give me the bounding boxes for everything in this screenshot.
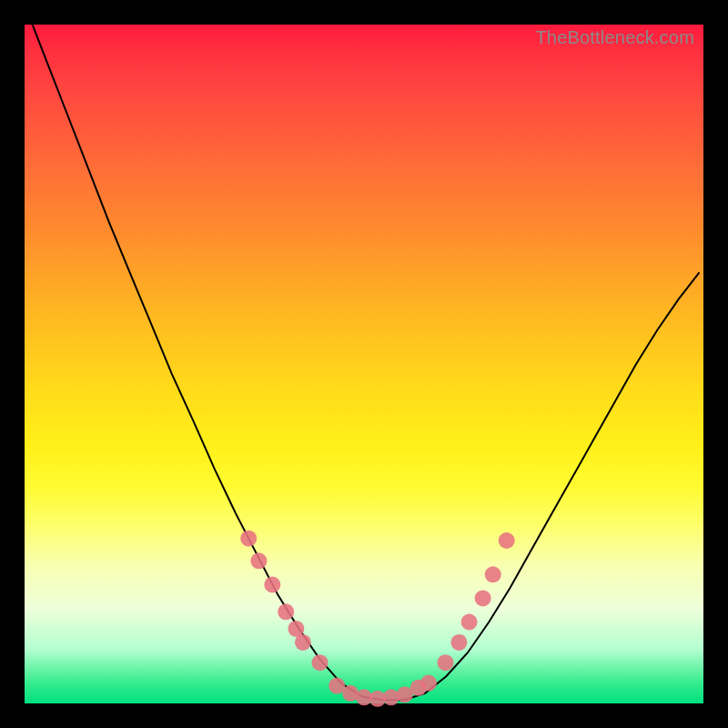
chart-frame: TheBottleneck.com <box>0 0 728 728</box>
marker-dot <box>295 634 311 651</box>
marker-dot <box>461 614 478 631</box>
marker-dot <box>240 531 257 547</box>
chart-svg <box>25 25 703 703</box>
marker-dot <box>383 689 399 705</box>
bottleneck-curve <box>25 5 700 701</box>
marker-dot <box>485 566 501 582</box>
marker-dot <box>264 577 280 593</box>
marker-dot <box>438 654 454 671</box>
plot-area: TheBottleneck.com <box>25 25 703 703</box>
marker-dot <box>312 654 329 671</box>
marker-group <box>240 531 515 707</box>
marker-dot <box>420 675 437 692</box>
marker-dot <box>250 552 267 569</box>
marker-dot <box>278 603 294 620</box>
marker-dot <box>475 590 491 606</box>
marker-dot <box>499 532 515 549</box>
marker-dot <box>450 634 467 651</box>
